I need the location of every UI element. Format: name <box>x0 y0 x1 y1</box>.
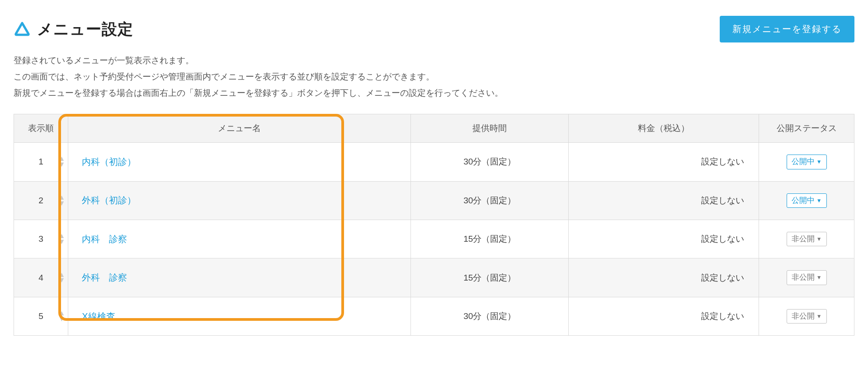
table-header-row: 表示順 メニュー名 提供時間 料金（税込） 公開ステータス <box>14 114 854 143</box>
drag-handle-icon[interactable]: ▲▼ <box>58 233 65 245</box>
duration-cell: 15分（固定） <box>411 220 569 258</box>
table-row: 2▲▼外科（初診）30分（固定）設定しない公開中▼ <box>14 181 854 220</box>
menu-table: 表示順 メニュー名 提供時間 料金（税込） 公開ステータス 1▲▼内科（初診）3… <box>14 114 854 336</box>
triangle-icon <box>14 21 31 38</box>
price-cell: 設定しない <box>569 297 759 335</box>
status-cell: 公開中▼ <box>759 143 854 181</box>
duration-cell: 30分（固定） <box>411 297 569 335</box>
chevron-down-icon: ▼ <box>816 274 822 281</box>
description-line-3: 新規でメニューを登録する場合は画面右上の「新規メニューを登録する」ボタンを押下し… <box>14 85 854 101</box>
table-row: 1▲▼内科（初診）30分（固定）設定しない公開中▼ <box>14 143 854 181</box>
table-row: 5▲▼X線検査30分（固定）設定しない非公開▼ <box>14 297 854 335</box>
status-label: 非公開 <box>792 312 815 321</box>
drag-handle-icon[interactable]: ▲▼ <box>58 195 65 206</box>
status-dropdown[interactable]: 非公開▼ <box>787 309 827 324</box>
table-row: 4▲▼外科 診察15分（固定）設定しない非公開▼ <box>14 258 854 297</box>
status-label: 非公開 <box>792 235 815 244</box>
order-number: 5 <box>37 311 46 321</box>
order-number: 1 <box>37 157 46 167</box>
col-header-duration: 提供時間 <box>411 114 569 143</box>
price-cell: 設定しない <box>569 220 759 258</box>
status-dropdown[interactable]: 非公開▼ <box>787 232 827 246</box>
title-group: メニュー設定 <box>14 19 133 40</box>
menu-table-wrap: 表示順 メニュー名 提供時間 料金（税込） 公開ステータス 1▲▼内科（初診）3… <box>14 114 854 336</box>
status-cell: 非公開▼ <box>759 297 854 335</box>
order-cell: 5▲▼ <box>14 297 68 335</box>
drag-handle-icon[interactable]: ▲▼ <box>58 272 65 284</box>
price-cell: 設定しない <box>569 258 759 297</box>
order-number: 3 <box>37 234 46 244</box>
status-cell: 非公開▼ <box>759 220 854 258</box>
price-cell: 設定しない <box>569 143 759 181</box>
name-cell: X線検査 <box>68 297 411 335</box>
duration-cell: 15分（固定） <box>411 258 569 297</box>
description-line-1: 登録されているメニューが一覧表示されます。 <box>14 52 854 69</box>
menu-name-link[interactable]: 内科 診察 <box>82 234 127 244</box>
duration-cell: 30分（固定） <box>411 181 569 220</box>
col-header-price: 料金（税込） <box>569 114 759 143</box>
menu-name-link[interactable]: 外科 診察 <box>82 272 127 282</box>
page-title: メニュー設定 <box>37 19 133 40</box>
chevron-down-icon: ▼ <box>816 159 822 165</box>
name-cell: 内科（初診） <box>68 143 411 181</box>
status-label: 非公開 <box>792 273 815 282</box>
price-cell: 設定しない <box>569 181 759 220</box>
status-dropdown[interactable]: 非公開▼ <box>787 270 827 285</box>
col-header-order: 表示順 <box>14 114 68 143</box>
name-cell: 外科（初診） <box>68 181 411 220</box>
status-label: 公開中 <box>792 157 815 166</box>
menu-name-link[interactable]: 外科（初診） <box>82 195 136 205</box>
register-menu-button[interactable]: 新規メニューを登録する <box>720 16 854 42</box>
chevron-down-icon: ▼ <box>816 197 822 204</box>
order-cell: 3▲▼ <box>14 220 68 258</box>
status-dropdown[interactable]: 公開中▼ <box>787 193 827 208</box>
table-row: 3▲▼内科 診察15分（固定）設定しない非公開▼ <box>14 220 854 258</box>
chevron-down-icon: ▼ <box>816 313 822 319</box>
menu-name-link[interactable]: 内科（初診） <box>82 157 136 167</box>
status-label: 公開中 <box>792 196 815 205</box>
page-header: メニュー設定 新規メニューを登録する <box>14 16 854 42</box>
order-number: 4 <box>37 273 46 283</box>
status-cell: 非公開▼ <box>759 258 854 297</box>
description-line-2: この画面では、ネット予約受付ページや管理画面内でメニューを表示する並び順を設定す… <box>14 69 854 85</box>
name-cell: 外科 診察 <box>68 258 411 297</box>
drag-handle-icon[interactable]: ▲▼ <box>58 156 65 168</box>
name-cell: 内科 診察 <box>68 220 411 258</box>
col-header-name: メニュー名 <box>68 114 411 143</box>
order-cell: 1▲▼ <box>14 143 68 181</box>
chevron-down-icon: ▼ <box>816 236 822 242</box>
duration-cell: 30分（固定） <box>411 143 569 181</box>
order-cell: 4▲▼ <box>14 258 68 297</box>
order-number: 2 <box>37 196 46 206</box>
order-cell: 2▲▼ <box>14 181 68 220</box>
status-dropdown[interactable]: 公開中▼ <box>787 155 827 169</box>
col-header-status: 公開ステータス <box>759 114 854 143</box>
drag-handle-icon[interactable]: ▲▼ <box>58 310 65 322</box>
menu-name-link[interactable]: X線検査 <box>82 311 115 321</box>
status-cell: 公開中▼ <box>759 181 854 220</box>
page-description: 登録されているメニューが一覧表示されます。 この画面では、ネット予約受付ページや… <box>14 52 854 101</box>
